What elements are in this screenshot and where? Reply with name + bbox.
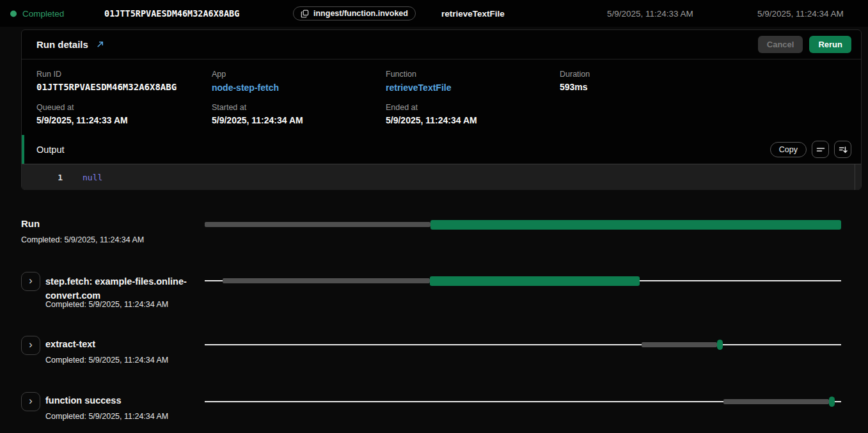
trace-row-title: extract-text [45, 339, 95, 349]
code-line-number: 1 [22, 173, 63, 182]
expand-step-button[interactable]: › [21, 336, 40, 355]
field-value: 593ms [560, 82, 861, 92]
timeline-green-segment[interactable] [717, 340, 723, 350]
run-status: Completed [10, 9, 64, 19]
function-link[interactable]: retrieveTextFile [386, 83, 451, 93]
field-duration: Duration 593ms [560, 70, 861, 93]
field-label: Started at [212, 103, 386, 112]
output-accent-bar [22, 135, 24, 164]
field-value: 5/9/2025, 11:24:34 AM [386, 115, 560, 125]
field-value: 5/9/2025, 11:24:33 AM [36, 115, 212, 125]
field-ended-at: Ended at 5/9/2025, 11:24:34 AM [386, 103, 560, 125]
field-value: 5/9/2025, 11:24:34 AM [212, 115, 386, 125]
code-scrollbar[interactable] [855, 164, 861, 190]
field-label: Duration [560, 70, 861, 79]
copy-output-button[interactable]: Copy [770, 142, 807, 157]
rerun-button[interactable]: Rerun [809, 36, 851, 53]
timeline-track [205, 340, 841, 350]
output-title: Output [36, 145, 65, 155]
output-header: Output Copy [22, 135, 861, 164]
field-value: 01JTT5RPVAESDM46M32A6X8ABG [36, 82, 212, 92]
field-label: Queued at [36, 103, 212, 112]
trace-waterfall: Run Completed: 5/9/2025, 11:24:34 AM › s… [0, 190, 868, 433]
status-dot-icon [10, 10, 17, 17]
field-label: Function [386, 70, 560, 79]
trace-row-title: step.fetch: example-files.online-convert… [45, 274, 213, 303]
trace-row-completed: Completed: 5/9/2025, 11:24:34 AM [45, 412, 168, 421]
timeline-green-segment[interactable] [829, 397, 835, 407]
scroll-to-bottom-icon[interactable] [834, 141, 851, 158]
timeline-green-segment[interactable] [430, 220, 841, 230]
copy-icon [301, 10, 309, 18]
field-function: Function retrieveTextFile [386, 70, 560, 93]
timeline-baseline [205, 344, 841, 345]
output-code-block: 1 null [22, 164, 861, 190]
wrap-text-icon[interactable] [812, 141, 829, 158]
trace-row-title: function success [45, 395, 121, 405]
topbar-function-name: retrieveTextFile [441, 9, 505, 19]
timeline-track [205, 397, 841, 407]
external-link-icon[interactable] [96, 40, 104, 49]
run-status-bar: Completed 01JTT5RPVAESDM46M32A6X8ABG inn… [0, 0, 868, 27]
field-label: Run ID [36, 70, 212, 79]
run-details-header: Run details Cancel Rerun [22, 30, 861, 59]
panel-title: Run details [36, 39, 88, 50]
trace-row-title: Run [21, 218, 40, 229]
trace-row-completed: Completed: 5/9/2025, 11:24:34 AM [21, 235, 144, 244]
timeline-gray-segment[interactable] [205, 222, 430, 227]
field-queued-at: Queued at 5/9/2025, 11:24:33 AM [36, 103, 212, 125]
trace-row-completed: Completed: 5/9/2025, 11:24:34 AM [45, 300, 168, 309]
code-content: null [83, 173, 102, 182]
topbar-started-timestamp: 5/9/2025, 11:24:34 AM [757, 9, 844, 19]
field-run-id: Run ID 01JTT5RPVAESDM46M32A6X8ABG [36, 70, 212, 93]
timeline-track [205, 219, 841, 230]
run-details-fields: Run ID 01JTT5RPVAESDM46M32A6X8ABG App no… [22, 59, 861, 125]
topbar-run-id: 01JTT5RPVAESDM46M32A6X8ABG [104, 8, 239, 19]
cancel-button[interactable]: Cancel [758, 36, 803, 53]
expand-step-button[interactable]: › [21, 392, 40, 411]
topbar-queued-timestamp: 5/9/2025, 11:24:33 AM [607, 9, 693, 19]
timeline-gray-segment[interactable] [642, 342, 717, 347]
event-badge[interactable]: inngest/function.invoked [293, 6, 416, 20]
timeline-gray-segment[interactable] [223, 278, 430, 283]
expand-step-button[interactable]: › [21, 272, 40, 291]
app-link[interactable]: node-step-fetch [212, 83, 279, 93]
timeline-green-segment[interactable] [430, 276, 639, 286]
status-label: Completed [22, 9, 64, 19]
trace-row-completed: Completed: 5/9/2025, 11:24:34 AM [45, 356, 168, 365]
timeline-gray-segment[interactable] [723, 399, 829, 404]
run-details-panel: Run details Cancel Rerun Run ID 01JTT5RP… [21, 29, 862, 190]
event-badge-label: inngest/function.invoked [313, 9, 408, 18]
field-app: App node-step-fetch [212, 70, 386, 93]
field-label: App [212, 70, 386, 79]
timeline-track [205, 276, 841, 286]
field-label: Ended at [386, 103, 560, 112]
field-started-at: Started at 5/9/2025, 11:24:34 AM [212, 103, 386, 125]
